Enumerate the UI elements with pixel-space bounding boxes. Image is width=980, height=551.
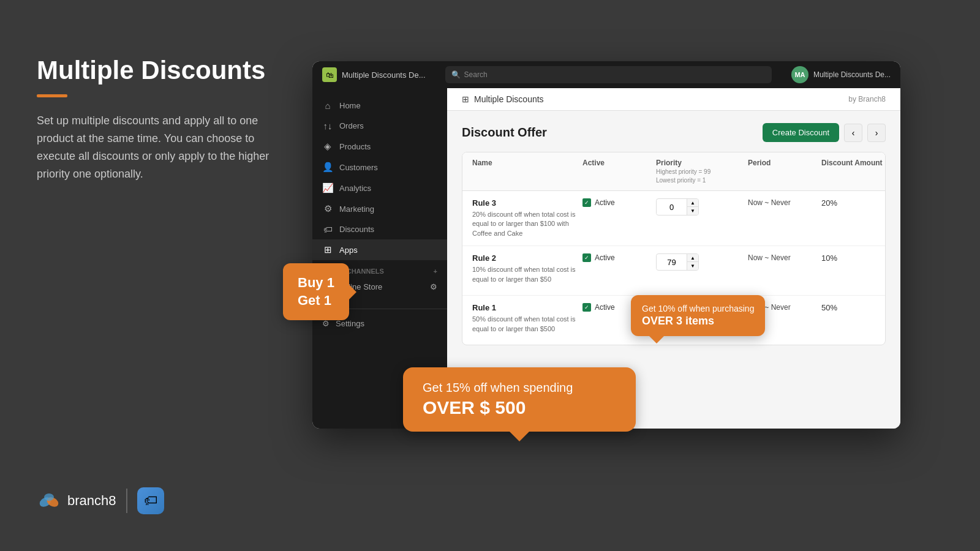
- rule3-priority-up[interactable]: ▲: [687, 199, 698, 207]
- orders-icon: ↑↓: [322, 121, 333, 131]
- search-bar[interactable]: 🔍 Search: [445, 66, 772, 83]
- app-icon-symbol: 🏷: [144, 493, 157, 509]
- callout-buy1: Buy 1 Get 1: [283, 263, 349, 320]
- rule1-name: Rule 1: [472, 303, 582, 312]
- rule2-priority-up[interactable]: ▲: [687, 254, 698, 262]
- rule3-period: Now ~ Never: [748, 198, 821, 207]
- table-header: Name Active Priority Highest priority = …: [462, 152, 885, 191]
- rule2-name: Rule 2: [472, 253, 582, 263]
- online-store-settings-icon: ⚙: [430, 282, 437, 291]
- rule3-priority-down[interactable]: ▼: [687, 207, 698, 215]
- avatar: MA: [791, 66, 809, 83]
- callout-buy1-line1: Buy 1: [298, 274, 334, 292]
- sidebar-item-products[interactable]: ◈ Products: [312, 136, 447, 157]
- rule3-priority-input[interactable]: 0 ▲ ▼: [656, 198, 699, 216]
- rule2-name-cell: Rule 2 10% discount off when total cost …: [472, 253, 582, 284]
- table-row: Rule 3 20% discount off when total cost …: [462, 191, 885, 246]
- rule1-name-cell: Rule 1 50% discount off when total cost …: [472, 303, 582, 334]
- sidebar-item-analytics[interactable]: 📈 Analytics: [312, 178, 447, 198]
- discount-title: Discount Offer: [462, 126, 547, 140]
- rule2-active-label: Active: [595, 253, 615, 262]
- nav-prev-btn[interactable]: ‹: [844, 124, 862, 142]
- rule3-name-cell: Rule 3 20% discount off when total cost …: [472, 198, 582, 238]
- rule3-amount: 20%: [821, 198, 886, 208]
- nav-next-btn[interactable]: ›: [867, 124, 886, 142]
- rule3-name: Rule 3: [472, 198, 582, 208]
- rule1-desc: 50% discount off when total cost is equa…: [472, 315, 582, 334]
- rule2-priority-input[interactable]: 79 ▲ ▼: [656, 253, 699, 271]
- header-actions: Create Discount ‹ ›: [763, 123, 886, 142]
- branch8-logo: branch8: [37, 489, 116, 513]
- rule2-amount: 10%: [821, 253, 886, 263]
- branch8-icon: [37, 489, 61, 513]
- svg-point-2: [44, 493, 54, 501]
- logo-divider: [126, 489, 127, 513]
- sidebar-item-marketing[interactable]: ⚙ Marketing: [312, 198, 447, 219]
- callout-10pct-line1: Get 10% off when purchasing: [642, 304, 754, 313]
- discount-header: Discount Offer Create Discount ‹ ›: [462, 123, 886, 142]
- callout-15pct: Get 15% off when spending OVER $ 500: [403, 367, 636, 432]
- sidebar-label-home: Home: [339, 101, 361, 110]
- store-name-right: Multiple Discounts De...: [813, 70, 891, 79]
- orange-accent-line: [37, 94, 67, 97]
- rule2-period: Now ~ Never: [748, 253, 821, 262]
- rule3-checkbox[interactable]: ✓: [582, 198, 591, 207]
- home-icon: ⌂: [322, 100, 333, 111]
- sidebar-label-customers: Customers: [339, 163, 378, 172]
- rule2-active: ✓ Active: [582, 253, 656, 262]
- app-icon: 🏷: [137, 487, 164, 514]
- sidebar-label-analytics: Analytics: [339, 184, 371, 193]
- callout-15pct-line2: OVER $ 500: [423, 397, 616, 418]
- callout-buy1-line2: Get 1: [298, 292, 334, 310]
- rule3-priority-value: 0: [657, 200, 687, 214]
- th-period: Period: [748, 159, 821, 184]
- settings-icon: ⚙: [322, 319, 330, 328]
- discounts-icon: 🏷: [322, 224, 333, 234]
- create-discount-button[interactable]: Create Discount: [763, 123, 839, 142]
- breadcrumb-icon: ⊞: [462, 94, 469, 104]
- add-channel-btn[interactable]: +: [434, 268, 437, 275]
- rule2-priority-arrows: ▲ ▼: [687, 254, 698, 270]
- left-panel: Multiple Discounts Set up multiple disco…: [37, 55, 294, 183]
- sidebar-label-products: Products: [339, 142, 371, 151]
- shopify-logo-area: 🛍 Multiple Discounts De...: [322, 67, 426, 82]
- top-bar: 🛍 Multiple Discounts De... 🔍 Search MA M…: [312, 61, 900, 88]
- breadcrumb-bar: ⊞ Multiple Discounts by Branch8: [447, 88, 900, 111]
- sidebar-item-home[interactable]: ⌂ Home: [312, 96, 447, 116]
- top-bar-right: MA Multiple Discounts De...: [791, 66, 891, 83]
- rule1-checkbox[interactable]: ✓: [582, 303, 591, 312]
- sidebar-item-discounts[interactable]: 🏷 Discounts: [312, 219, 447, 239]
- store-name: Multiple Discounts De...: [342, 70, 426, 80]
- sidebar-item-orders[interactable]: ↑↓ Orders: [312, 116, 447, 136]
- sidebar-item-customers[interactable]: 👤 Customers: [312, 157, 447, 178]
- products-icon: ◈: [322, 141, 333, 152]
- sidebar-label-orders: Orders: [339, 121, 364, 130]
- breadcrumb-by: by Branch8: [848, 95, 886, 103]
- sidebar-label-apps: Apps: [339, 246, 358, 255]
- search-placeholder: Search: [464, 70, 488, 79]
- rule2-desc: 10% discount off when total cost is equa…: [472, 265, 582, 284]
- breadcrumb-left: ⊞ Multiple Discounts: [462, 94, 544, 104]
- sidebar-label-marketing: Marketing: [339, 204, 374, 214]
- rule3-priority-cell: 0 ▲ ▼: [656, 198, 748, 216]
- callout-10pct-line2: OVER 3 items: [642, 315, 754, 328]
- sidebar-item-apps[interactable]: ⊞ Apps: [312, 239, 447, 260]
- sidebar-label-discounts: Discounts: [339, 225, 374, 234]
- rule3-active-label: Active: [595, 198, 615, 207]
- settings-label: Settings: [336, 319, 364, 328]
- rule1-amount: 50%: [821, 303, 886, 312]
- th-priority: Priority Highest priority = 99 Lowest pr…: [656, 159, 748, 184]
- apps-icon: ⊞: [322, 244, 333, 255]
- rule2-priority-down[interactable]: ▼: [687, 262, 698, 270]
- rule2-priority-cell: 79 ▲ ▼: [656, 253, 748, 271]
- th-discount-amount: Discount Amount: [821, 159, 886, 184]
- rule1-active-label: Active: [595, 303, 615, 312]
- th-active: Active: [582, 159, 656, 184]
- rule3-priority-arrows: ▲ ▼: [687, 199, 698, 215]
- page-title: Multiple Discounts: [37, 55, 294, 86]
- page-description: Set up multiple discounts and apply all …: [37, 112, 294, 182]
- bottom-logos: branch8 🏷: [37, 487, 164, 514]
- th-name: Name: [472, 159, 582, 184]
- customers-icon: 👤: [322, 162, 333, 173]
- rule2-checkbox[interactable]: ✓: [582, 253, 591, 262]
